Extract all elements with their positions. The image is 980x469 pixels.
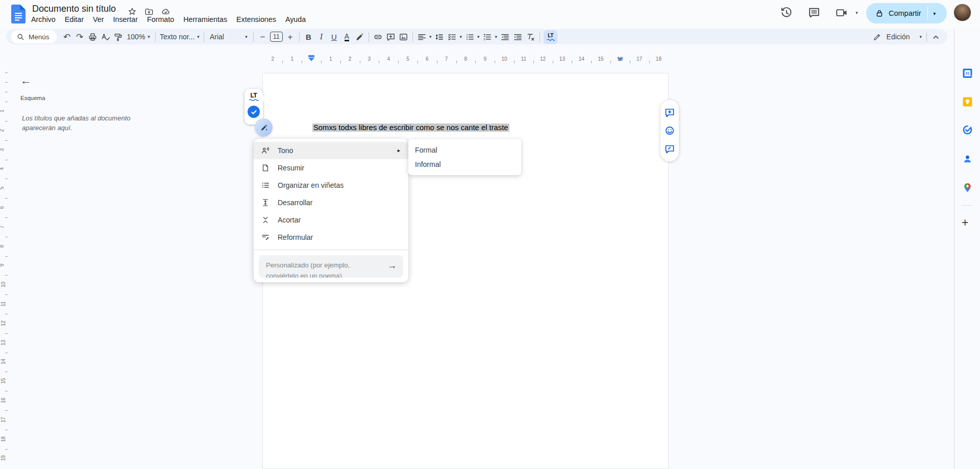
ruler-number: 18	[1, 436, 6, 442]
emoji-reaction-button[interactable]	[664, 125, 675, 136]
ruler-tick	[456, 61, 457, 63]
comments-icon[interactable]	[807, 6, 821, 19]
numbered-list-button[interactable]: ▾	[481, 30, 499, 43]
ruler-tick	[5, 449, 8, 450]
paint-format-button[interactable]	[112, 30, 125, 43]
menu-archivo[interactable]: Archivo	[27, 14, 60, 24]
underline-button[interactable]: U	[328, 30, 340, 43]
menu-item-elaborate[interactable]: Desarrollar	[254, 194, 408, 211]
submenu-item-informal[interactable]: Informal	[408, 157, 521, 171]
ruler-number: 13	[1, 340, 6, 345]
custom-prompt-input[interactable]: Personalizado (por ejemplo, conviértelo …	[259, 255, 403, 278]
spellcheck-button[interactable]	[99, 30, 112, 43]
submit-prompt-arrow-icon[interactable]: →	[387, 260, 397, 271]
menu-item-tone[interactable]: Tono ►	[254, 142, 408, 159]
menubar: Archivo Editar Ver Insertar Formato Herr…	[27, 14, 310, 24]
menu-ver[interactable]: Ver	[88, 14, 108, 24]
google-maps-icon[interactable]	[962, 182, 973, 193]
meet-dropdown-icon[interactable]: ▾	[851, 6, 860, 19]
ruler-number: 19	[1, 455, 6, 461]
google-contacts-icon[interactable]	[962, 154, 973, 164]
no-errors-check-icon[interactable]	[248, 106, 260, 118]
left-indent-marker[interactable]	[308, 58, 314, 61]
close-outline-button[interactable]: ←	[20, 73, 36, 88]
bulleted-list-button[interactable]: ▾	[463, 30, 481, 43]
ruler-tick	[5, 237, 8, 237]
menu-item-bulletize[interactable]: Organizar en viñetas	[254, 177, 408, 194]
undo-button[interactable]: ↶	[61, 30, 74, 43]
menu-ayuda[interactable]: Ayuda	[281, 14, 310, 24]
print-button[interactable]	[86, 30, 99, 43]
line-spacing-button[interactable]	[433, 30, 446, 43]
menu-herramientas[interactable]: Herramientas	[179, 14, 232, 24]
bold-button[interactable]: B	[302, 30, 315, 43]
margin-action-pill	[660, 100, 679, 161]
share-label: Compartir	[889, 9, 921, 17]
first-line-indent-marker[interactable]	[308, 55, 314, 57]
toolbar-divider	[299, 32, 300, 42]
menu-item-rephrase[interactable]: Reformular	[254, 229, 408, 246]
hide-menus-button[interactable]	[929, 30, 942, 43]
increase-indent-button[interactable]	[511, 30, 524, 43]
ruler-number: 17	[636, 56, 642, 62]
document-text-line[interactable]: Somxs todxs libres de escribir como se n…	[312, 123, 509, 133]
account-avatar[interactable]	[953, 4, 971, 21]
menu-extensiones[interactable]: Extensiones	[232, 14, 281, 24]
font-select[interactable]: Arial▾	[207, 30, 251, 43]
paragraph-style-select[interactable]: Texto nor...▾	[158, 30, 201, 43]
font-size-input[interactable]: 11	[270, 32, 283, 42]
redo-button[interactable]: ↷	[74, 30, 86, 43]
highlight-color-button[interactable]	[353, 30, 366, 43]
share-dropdown-icon[interactable]: ▾	[928, 11, 941, 16]
menu-insertar[interactable]: Insertar	[109, 14, 142, 24]
ruler-tick	[321, 61, 322, 63]
version-history-icon[interactable]	[780, 6, 793, 19]
align-button[interactable]: ▾	[415, 30, 433, 43]
add-comment-margin-button[interactable]	[664, 107, 675, 118]
ruler-tick	[5, 198, 8, 199]
clear-formatting-button[interactable]	[524, 30, 537, 43]
submenu-arrow-icon: ►	[397, 148, 401, 153]
help-me-write-button[interactable]	[255, 118, 273, 136]
ruler-number: 8	[0, 244, 5, 248]
share-button[interactable]: Compartir ▾	[866, 3, 947, 23]
editing-mode-select[interactable]: Edición ▾	[873, 33, 922, 41]
menu-item-shorten[interactable]: Acortar	[254, 211, 408, 229]
ruler-number: 6	[426, 56, 429, 62]
outline-placeholder: Los títulos que añadas al documento apar…	[22, 113, 142, 133]
ruler-number: 7	[0, 226, 5, 229]
checklist-button[interactable]: ▾	[446, 30, 463, 43]
menu-item-summarize[interactable]: Resumir	[254, 159, 408, 177]
text-color-button[interactable]: A	[340, 30, 353, 43]
zoom-select[interactable]: 100%▾	[126, 30, 152, 43]
insert-image-button[interactable]	[397, 30, 410, 43]
italic-button[interactable]: I	[315, 30, 328, 43]
tone-icon	[261, 146, 270, 155]
ruler-tick	[5, 353, 8, 353]
suggest-edits-button[interactable]	[664, 143, 675, 155]
rephrase-icon	[261, 233, 270, 242]
ruler-tick	[553, 61, 553, 63]
search-menus-button[interactable]: Menús	[11, 30, 57, 43]
google-keep-icon[interactable]	[962, 96, 973, 107]
menu-editar[interactable]: Editar	[60, 14, 88, 24]
ruler-tick	[418, 61, 418, 63]
insert-link-button[interactable]	[372, 30, 384, 43]
add-comment-button[interactable]	[384, 30, 397, 43]
meet-video-icon[interactable]	[835, 6, 848, 19]
decrease-indent-button[interactable]	[499, 30, 511, 43]
menu-formato[interactable]: Formato	[142, 14, 179, 24]
ruler-tick	[5, 92, 8, 92]
font-size-decrease-button[interactable]: −	[256, 30, 269, 43]
google-calendar-icon[interactable]: 31	[962, 68, 973, 79]
ruler-tick	[5, 102, 8, 102]
selected-text[interactable]: Somxs todxs libres de escribir como se n…	[312, 124, 509, 132]
font-size-increase-button[interactable]: +	[284, 30, 297, 43]
google-docs-logo[interactable]	[11, 5, 26, 23]
get-addons-button[interactable]: +	[962, 217, 968, 228]
google-tasks-icon[interactable]	[962, 125, 973, 135]
ruler-tick	[5, 217, 8, 218]
languagetool-toolbar-icon[interactable]: LT	[544, 30, 557, 44]
submenu-item-formal[interactable]: Formal	[408, 143, 521, 157]
document-title[interactable]: Documento sin título	[32, 4, 116, 14]
